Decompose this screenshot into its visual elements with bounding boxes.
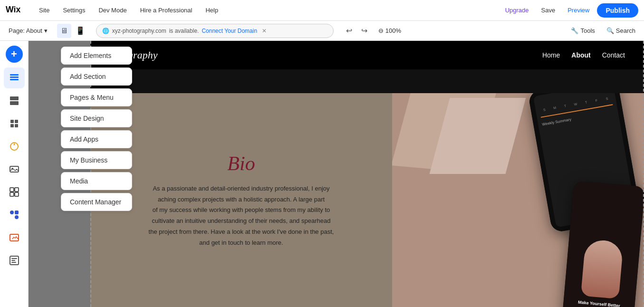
- grid-icon: [9, 187, 19, 197]
- main-area: +: [0, 41, 644, 307]
- url-available-text: is available.: [169, 28, 199, 34]
- url-close-icon[interactable]: ✕: [262, 28, 267, 34]
- dev-mode-menu[interactable]: Dev Mode: [92, 0, 133, 21]
- pages-icon: [9, 73, 19, 83]
- svg-rect-17: [10, 211, 14, 214]
- add-element-button[interactable]: +: [6, 46, 23, 63]
- mobile-icon[interactable]: 📱: [73, 24, 87, 38]
- phone-screen-2: Make Yourself Better Your personal fitne…: [562, 181, 644, 307]
- svg-rect-6: [10, 120, 14, 123]
- bio-text-3: of my success while working with people …: [153, 206, 330, 213]
- page-label: Page: About: [9, 27, 42, 34]
- nav-about[interactable]: About: [571, 51, 590, 59]
- connect-domain-link[interactable]: Connect Your Domain: [202, 28, 257, 34]
- search-label: Search: [616, 27, 635, 34]
- site-design-btn[interactable]: Site Design: [61, 109, 132, 127]
- url-bar: 🌐 xyz-photography.com is available. Conn…: [96, 24, 334, 38]
- theme-icon: [9, 141, 19, 152]
- bio-text-2: aching complex projects with a holistic …: [158, 196, 325, 203]
- svg-rect-13: [10, 188, 14, 192]
- sidebar-pages-btn[interactable]: [4, 67, 25, 88]
- sections-icon: [9, 96, 19, 106]
- sidebar-grid-btn[interactable]: [4, 182, 25, 202]
- sidebar-sections-btn[interactable]: [4, 90, 25, 111]
- bio-right: S M T W T F S Weekly Summary: [392, 93, 644, 307]
- search-icon: 🔍: [606, 27, 614, 34]
- floating-menu: Add Elements Add Section Pages & Menu Si…: [57, 41, 136, 217]
- svg-rect-22: [11, 258, 17, 259]
- sidebar-theme-btn[interactable]: [4, 136, 25, 157]
- bio-title: Bio: [227, 152, 255, 175]
- help-menu[interactable]: Help: [199, 0, 225, 21]
- site-content-region: hotography Home About Contact Bio As a p…: [90, 41, 644, 307]
- sidebar-apps-btn[interactable]: [4, 113, 25, 134]
- svg-rect-7: [15, 120, 18, 123]
- desktop-icon[interactable]: 🖥: [57, 24, 71, 38]
- tools-button[interactable]: 🔧 Tools: [567, 27, 598, 34]
- sidebar-integrations-btn[interactable]: [4, 204, 25, 225]
- preview-button[interactable]: Preview: [563, 7, 594, 14]
- integrations-icon: [9, 210, 19, 220]
- secondbar: Page: About ▾ 🖥 📱 🌐 xyz-photography.com …: [0, 21, 644, 41]
- image-icon: [9, 232, 19, 243]
- upgrade-button[interactable]: Upgrade: [500, 7, 534, 14]
- bio-text-6: and get in touch to learn more.: [199, 239, 283, 246]
- hire-professional-menu[interactable]: Hire a Professional: [134, 0, 199, 21]
- url-domain: xyz-photography.com: [112, 28, 166, 34]
- bio-text-1: As a passionate and detail-oriented indu…: [153, 185, 329, 192]
- nav-contact[interactable]: Contact: [602, 51, 625, 59]
- site-brand: hotography: [109, 49, 542, 61]
- globe-icon: 🌐: [102, 28, 109, 34]
- topbar-right: Upgrade Save Preview Publish: [500, 3, 638, 18]
- my-business-btn[interactable]: My Business: [61, 151, 132, 169]
- add-elements-btn[interactable]: Add Elements: [61, 47, 132, 65]
- apps-icon: [9, 118, 19, 129]
- svg-rect-19: [15, 211, 19, 214]
- phone-mockup-2: Make Yourself Better Your personal fitne…: [562, 181, 644, 307]
- pages-menu-item-btn[interactable]: Pages & Menu: [61, 88, 132, 106]
- publish-button[interactable]: Publish: [597, 3, 638, 18]
- add-section-btn[interactable]: Add Section: [61, 67, 132, 86]
- redo-button[interactable]: ↪: [357, 24, 372, 38]
- site-dark-strip: [90, 69, 644, 93]
- zoom-level: 100%: [385, 27, 401, 34]
- sidebar-content-btn[interactable]: [4, 250, 25, 271]
- sidebar-image-btn[interactable]: [4, 227, 25, 248]
- media-item-btn[interactable]: Media: [61, 172, 132, 190]
- sidebar-media-btn[interactable]: [4, 159, 25, 180]
- canvas-area: Add Elements Add Section Pages & Menu Si…: [29, 41, 644, 307]
- svg-rect-1: [10, 74, 19, 76]
- bio-body: As a passionate and detail-oriented indu…: [149, 183, 334, 249]
- tools-icon: 🔧: [571, 27, 578, 34]
- chevron-down-icon: ▾: [44, 27, 48, 34]
- tools-label: Tools: [580, 27, 595, 34]
- svg-rect-18: [15, 215, 19, 219]
- content-manager-btn[interactable]: Content Manager: [61, 193, 132, 211]
- wix-logo: Wix: [6, 4, 24, 17]
- undo-button[interactable]: ↩: [342, 24, 356, 38]
- search-button[interactable]: 🔍 Search: [603, 27, 639, 34]
- media-icon: [9, 164, 19, 174]
- phone-text: Make Yourself Better: [578, 299, 620, 307]
- svg-rect-8: [10, 124, 14, 127]
- page-selector[interactable]: Page: About ▾: [5, 27, 51, 34]
- bio-text-5: the project from there. Have a look at t…: [149, 228, 334, 235]
- settings-menu[interactable]: Settings: [56, 0, 92, 21]
- svg-rect-23: [11, 260, 15, 261]
- add-apps-btn[interactable]: Add Apps: [61, 130, 132, 148]
- svg-text:Wix: Wix: [6, 4, 20, 14]
- svg-rect-3: [10, 79, 19, 80]
- device-icons: 🖥 📱: [57, 24, 87, 38]
- topbar: Wix Site Settings Dev Mode Hire a Profes…: [0, 0, 644, 21]
- svg-rect-24: [11, 262, 16, 263]
- svg-rect-14: [15, 188, 19, 192]
- svg-rect-9: [15, 124, 18, 127]
- save-button[interactable]: Save: [537, 7, 560, 14]
- svg-rect-2: [10, 77, 19, 78]
- nav-home[interactable]: Home: [542, 51, 560, 59]
- zoom-minus-icon: ⊖: [378, 27, 384, 34]
- bio-text-4: cultivate an intuitive understanding of …: [152, 217, 331, 224]
- bio-section: Bio As a passionate and detail-oriented …: [90, 93, 644, 307]
- zoom-control[interactable]: ⊖ 100%: [375, 27, 404, 34]
- site-menu[interactable]: Site: [32, 0, 56, 21]
